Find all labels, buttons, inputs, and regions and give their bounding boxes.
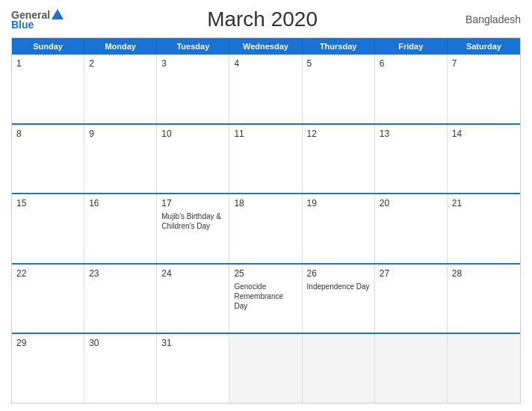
day-number: 28 (452, 268, 516, 280)
calendar-cell: 8 (12, 125, 84, 194)
calendar-cell: 10 (157, 125, 229, 194)
day-header-wednesday: Wednesday (229, 38, 302, 55)
calendar-cell (448, 334, 520, 403)
day-header-saturday: Saturday (448, 38, 520, 55)
calendar-header: SundayMondayTuesdayWednesdayThursdayFrid… (12, 38, 520, 55)
day-number: 13 (380, 128, 442, 140)
calendar-cell: 31 (157, 334, 229, 403)
calendar-cell: 20 (375, 194, 448, 263)
day-number: 9 (89, 128, 152, 140)
logo-blue-text: Blue (11, 19, 34, 30)
day-header-sunday: Sunday (12, 38, 84, 55)
calendar-event: Mujib's Birthday & Children's Day (161, 211, 224, 231)
day-number: 18 (234, 197, 297, 210)
day-number: 23 (89, 268, 152, 280)
day-number: 30 (89, 337, 152, 350)
day-header-friday: Friday (375, 38, 448, 55)
calendar-week-5: 293031 (12, 334, 520, 403)
calendar-cell: 15 (12, 194, 84, 263)
day-number: 20 (380, 197, 442, 210)
day-number: 27 (380, 268, 442, 280)
calendar-cell: 16 (84, 194, 157, 263)
calendar-cell: 26Independence Day (303, 265, 375, 333)
calendar-cell: 23 (84, 265, 157, 333)
day-number: 17 (161, 197, 224, 210)
calendar-body: 1234567891011121314151617Mujib's Birthda… (12, 55, 520, 403)
header: General Blue March 2020 Bangladesh (11, 7, 521, 31)
calendar-cell: 7 (448, 55, 520, 123)
calendar-week-3: 151617Mujib's Birthday & Children's Day1… (12, 194, 520, 265)
calendar-cell: 19 (303, 194, 375, 263)
calendar-event: Genocide Remembrance Day (234, 282, 297, 311)
calendar-cell: 22 (12, 265, 84, 333)
day-header-monday: Monday (84, 38, 157, 55)
calendar-cell: 30 (84, 334, 157, 403)
calendar-cell (375, 334, 448, 403)
calendar-cell: 18 (229, 194, 302, 263)
calendar-cell: 25Genocide Remembrance Day (229, 265, 302, 333)
calendar-cell: 28 (448, 265, 520, 333)
calendar-cell: 12 (303, 125, 375, 194)
day-number: 2 (89, 58, 152, 70)
day-number: 7 (452, 58, 516, 70)
day-number: 15 (16, 197, 79, 210)
day-header-thursday: Thursday (303, 38, 375, 55)
logo-triangle-icon (52, 9, 64, 19)
calendar-event: Independence Day (307, 282, 370, 291)
day-number: 26 (307, 268, 370, 280)
day-number: 10 (161, 128, 224, 140)
day-number: 29 (16, 337, 79, 350)
calendar-cell: 4 (229, 55, 302, 123)
day-header-tuesday: Tuesday (157, 38, 229, 55)
calendar-cell: 9 (84, 125, 157, 194)
country-label: Bangladesh (461, 13, 521, 25)
calendar-cell: 5 (303, 55, 375, 123)
day-number: 25 (234, 268, 297, 280)
day-number: 11 (234, 128, 297, 140)
calendar-cell: 6 (375, 55, 448, 123)
day-number: 16 (89, 197, 152, 210)
day-number: 19 (307, 197, 370, 210)
day-number: 4 (234, 58, 297, 70)
day-number: 3 (161, 58, 224, 70)
calendar-cell: 14 (448, 125, 520, 194)
day-number: 5 (307, 58, 370, 70)
day-number: 14 (452, 128, 516, 140)
calendar-cell: 2 (84, 55, 157, 123)
calendar-cell: 3 (157, 55, 229, 123)
day-number: 24 (161, 268, 224, 280)
calendar-cell (229, 334, 302, 403)
calendar-cell: 1 (12, 55, 84, 123)
calendar-cell: 17Mujib's Birthday & Children's Day (157, 194, 229, 263)
calendar-title: March 2020 (64, 7, 461, 31)
calendar-cell: 24 (157, 265, 229, 333)
day-number: 21 (452, 197, 516, 210)
day-number: 12 (307, 128, 370, 140)
calendar-week-1: 1234567 (12, 55, 520, 125)
calendar-cell: 13 (375, 125, 448, 194)
calendar: SundayMondayTuesdayWednesdayThursdayFrid… (11, 37, 521, 404)
calendar-cell: 29 (12, 334, 84, 403)
calendar-cell (303, 334, 375, 403)
page: General Blue March 2020 Bangladesh Sunda… (0, 0, 532, 411)
day-number: 22 (16, 268, 79, 280)
calendar-week-4: 22232425Genocide Remembrance Day26Indepe… (12, 265, 520, 335)
day-number: 1 (16, 58, 79, 70)
logo: General Blue (11, 9, 64, 30)
day-number: 31 (161, 337, 224, 350)
calendar-cell: 21 (448, 194, 520, 263)
calendar-cell: 27 (375, 265, 448, 333)
calendar-week-2: 891011121314 (12, 125, 520, 195)
day-number: 6 (380, 58, 442, 70)
calendar-cell: 11 (229, 125, 302, 194)
day-number: 8 (16, 128, 79, 140)
